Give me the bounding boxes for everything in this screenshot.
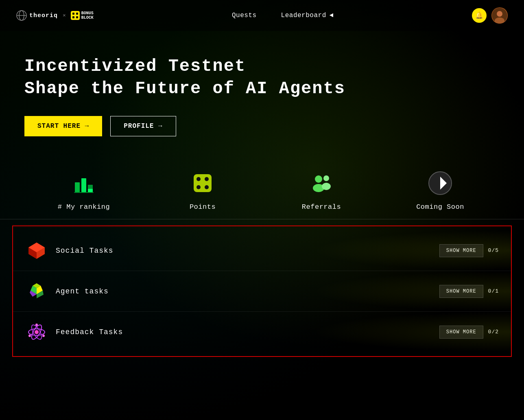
svg-rect-13 bbox=[88, 189, 93, 192]
social-tasks-right: SHOW MORE 0/5 bbox=[439, 244, 499, 257]
svg-rect-3 bbox=[72, 13, 74, 15]
agent-tasks-name: Agent tasks bbox=[56, 287, 439, 295]
svg-rect-6 bbox=[76, 16, 78, 18]
tasks-section: Social Tasks SHOW MORE 0/5 Agent tasks S… bbox=[12, 225, 512, 357]
svg-point-20 bbox=[315, 175, 322, 183]
svg-rect-11 bbox=[81, 178, 86, 192]
avatar-image bbox=[492, 8, 507, 23]
points-icon bbox=[188, 169, 217, 197]
svg-rect-15 bbox=[194, 174, 212, 192]
feedback-tasks-row: Feedback Tasks SHOW MORE 0/2 bbox=[13, 312, 511, 352]
social-tasks-name: Social Tasks bbox=[56, 247, 439, 255]
hero-title-line2: Shape the Future of AI Agents bbox=[24, 78, 500, 100]
theoriq-logo-text: theoriq bbox=[29, 12, 58, 19]
feedback-tasks-atom-icon bbox=[26, 322, 47, 342]
social-tasks-count: 0/5 bbox=[488, 247, 499, 254]
referrals-people-icon bbox=[309, 171, 334, 195]
feedback-tasks-count: 0/2 bbox=[488, 329, 499, 335]
agent-tasks-row: Agent tasks SHOW MORE 0/1 bbox=[13, 271, 511, 312]
header: theoriq × BONUSBLOCK Quests Leaderboard … bbox=[0, 0, 524, 31]
nav-leaderboard-label: Leaderboard bbox=[281, 12, 326, 19]
points-dice-icon bbox=[190, 171, 215, 195]
social-tasks-cube-icon bbox=[26, 241, 47, 261]
svg-rect-10 bbox=[75, 182, 80, 192]
hero-title-line1: Incentivized Testnet bbox=[24, 55, 500, 78]
ranking-icon bbox=[70, 169, 98, 197]
svg-point-17 bbox=[205, 177, 209, 181]
stat-points-label: Points bbox=[190, 203, 216, 211]
nav-right: 🔔 bbox=[472, 7, 508, 24]
agent-tasks-show-more-button[interactable]: SHOW MORE bbox=[439, 285, 483, 298]
social-tasks-icon bbox=[25, 239, 48, 262]
svg-point-18 bbox=[196, 185, 201, 189]
stat-coming-soon-label: Coming Soon bbox=[416, 203, 464, 211]
stat-coming-soon[interactable]: Coming Soon bbox=[381, 169, 500, 211]
svg-point-42 bbox=[28, 335, 31, 337]
feedback-tasks-name: Feedback Tasks bbox=[56, 328, 439, 336]
coming-soon-icon bbox=[426, 169, 454, 197]
svg-point-8 bbox=[497, 11, 502, 17]
bonus-block-text: BONUSBLOCK bbox=[81, 11, 94, 20]
feedback-tasks-right: SHOW MORE 0/2 bbox=[439, 326, 499, 339]
stat-referrals-label: Referrals bbox=[302, 203, 341, 211]
hero-section: Incentivized Testnet Shape the Future of… bbox=[0, 31, 524, 169]
agent-tasks-right: SHOW MORE 0/1 bbox=[439, 285, 499, 298]
bonus-block-logo[interactable]: BONUSBLOCK bbox=[71, 11, 94, 20]
agent-tasks-icon bbox=[25, 280, 48, 302]
ranking-chart-icon bbox=[72, 171, 96, 195]
stat-ranking[interactable]: # My ranking bbox=[24, 169, 143, 211]
bonus-block-icon bbox=[71, 11, 80, 20]
feedback-tasks-show-more-button[interactable]: SHOW MORE bbox=[439, 326, 483, 339]
svg-rect-4 bbox=[76, 13, 78, 15]
agent-tasks-count: 0/1 bbox=[488, 288, 499, 294]
feedback-tasks-icon bbox=[25, 321, 48, 343]
agent-tasks-hex-icon bbox=[26, 281, 47, 302]
bonus-block-svg bbox=[72, 12, 79, 19]
svg-point-41 bbox=[42, 335, 45, 337]
start-here-button[interactable]: START HERE → bbox=[24, 116, 102, 136]
notification-bell-icon[interactable]: 🔔 bbox=[472, 8, 487, 23]
svg-rect-5 bbox=[72, 16, 74, 18]
svg-point-40 bbox=[35, 324, 38, 326]
stat-referrals[interactable]: Referrals bbox=[262, 169, 381, 211]
hero-buttons: START HERE → PROFILE → bbox=[24, 116, 500, 136]
stats-row: # My ranking Points Referrals bbox=[0, 169, 524, 219]
logo-area: theoriq × BONUSBLOCK bbox=[16, 10, 94, 21]
user-avatar[interactable] bbox=[491, 7, 508, 24]
nav-leaderboard-arrow: ◄ bbox=[330, 12, 334, 19]
svg-rect-14 bbox=[74, 192, 94, 193]
stat-points[interactable]: Points bbox=[143, 169, 262, 211]
theoriq-logo-icon bbox=[16, 10, 27, 21]
svg-point-16 bbox=[196, 177, 201, 181]
svg-point-36 bbox=[35, 330, 39, 334]
social-tasks-row: Social Tasks SHOW MORE 0/5 bbox=[13, 230, 511, 271]
svg-point-22 bbox=[323, 175, 329, 181]
stat-ranking-label: # My ranking bbox=[58, 203, 110, 211]
nav-leaderboard[interactable]: Leaderboard ◄ bbox=[281, 12, 334, 19]
referrals-icon bbox=[307, 169, 336, 197]
theoriq-logo[interactable]: theoriq bbox=[16, 10, 58, 21]
social-tasks-show-more-button[interactable]: SHOW MORE bbox=[439, 244, 483, 257]
coming-soon-arrow-icon bbox=[428, 171, 452, 195]
nav-center: Quests Leaderboard ◄ bbox=[232, 12, 334, 19]
logo-separator: × bbox=[63, 13, 66, 19]
svg-point-19 bbox=[205, 185, 209, 189]
profile-button[interactable]: PROFILE → bbox=[110, 116, 176, 136]
svg-point-23 bbox=[322, 183, 331, 190]
nav-quests[interactable]: Quests bbox=[232, 12, 257, 19]
